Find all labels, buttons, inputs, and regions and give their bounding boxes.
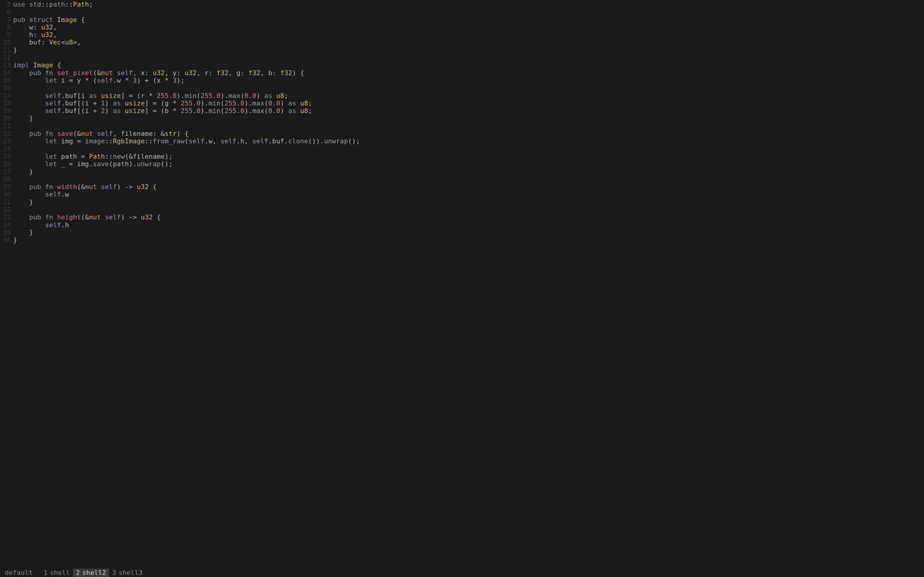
code-line[interactable]: 15 let i = y * (self.w * 3) + (x * 3); [0,77,462,84]
code-line[interactable]: 30 self.w [0,190,462,198]
line-number: 20 [0,114,13,122]
code-editor[interactable]: 5use std::path::Path;67pub struct Image … [0,0,462,280]
code-line[interactable]: 6 [0,8,462,16]
line-number: 25 [0,153,13,160]
code-line[interactable]: 31 } [0,198,462,206]
code-line[interactable]: 25 let path = Path::new(&filename); [0,153,462,160]
code-line[interactable]: 36} [0,236,462,244]
line-number: 11 [0,46,13,54]
code-line[interactable]: 27 } [0,168,462,176]
line-number: 17 [0,92,13,100]
code-content[interactable]: self.buf[(i + 2) as usize] = (b * 255.0)… [13,107,312,114]
line-number: 23 [0,137,13,145]
code-content[interactable]: let path = Path::new(&filename); [13,153,173,160]
code-line[interactable]: 29 pub fn width(&mut self) -> u32 { [0,183,462,190]
line-number: 33 [0,213,13,221]
code-line[interactable]: 11} [0,46,462,54]
code-content[interactable]: let img = image::RgbImage::from_raw(self… [13,137,360,145]
code-line[interactable]: 20 } [0,114,462,122]
code-line[interactable]: 28 [0,176,462,183]
code-line[interactable]: 32 [0,206,462,213]
line-number: 21 [0,122,13,130]
code-line[interactable]: 22 pub fn save(&mut self, filename: &str… [0,130,462,137]
code-line[interactable]: 24 [0,145,462,153]
line-number: 34 [0,221,13,229]
code-content[interactable]: pub struct Image { [13,16,85,23]
code-content[interactable]: self.h [13,221,69,229]
line-number: 22 [0,130,13,137]
code-content[interactable]: } [13,236,17,244]
code-content[interactable]: pub fn height(&mut self) -> u32 { [13,213,161,221]
code-content[interactable]: h: u32, [13,31,57,39]
code-content[interactable]: pub fn set_pixel(&mut self, x: u32, y: u… [13,69,304,77]
line-number: 36 [0,236,13,244]
code-line[interactable]: 10 buf: Vec<u8>, [0,39,462,46]
line-number: 10 [0,39,13,46]
code-line[interactable]: 7pub struct Image { [0,16,462,23]
code-line[interactable]: 5use std::path::Path; [0,1,462,8]
code-line[interactable]: 19 self.buf[(i + 2) as usize] = (b * 255… [0,107,462,114]
code-content[interactable]: } [13,229,33,236]
line-number: 6 [0,8,13,16]
line-number: 13 [0,61,13,69]
code-line[interactable]: 21 [0,122,462,130]
code-line[interactable]: 33 pub fn height(&mut self) -> u32 { [0,213,462,221]
line-number: 28 [0,176,13,183]
code-line[interactable]: 23 let img = image::RgbImage::from_raw(s… [0,137,462,145]
code-line[interactable]: 8 w: u32, [0,23,462,31]
code-line[interactable]: 9 h: u32, [0,31,462,39]
line-number: 7 [0,16,13,23]
line-number: 31 [0,198,13,206]
line-number: 5 [0,1,13,8]
code-content[interactable]: use std::path::Path; [13,1,93,8]
line-number: 16 [0,84,13,92]
code-line[interactable]: 12 [0,54,462,61]
code-content[interactable]: pub fn save(&mut self, filename: &str) { [13,130,189,137]
line-number: 15 [0,77,13,84]
code-content[interactable]: self.w [13,190,69,198]
code-content[interactable]: } [13,46,17,54]
line-number: 24 [0,145,13,153]
line-number: 8 [0,23,13,31]
code-content[interactable]: } [13,114,33,122]
code-line[interactable]: 16 [0,84,462,92]
code-content[interactable]: self.buf[(i + 1) as usize] = (g * 255.0)… [13,100,312,107]
code-line[interactable]: 34 self.h [0,221,462,229]
code-line[interactable]: 26 let _ = img.save(path).unwrap(); [0,160,462,168]
code-line[interactable]: 13impl Image { [0,61,462,69]
code-content[interactable]: let i = y * (self.w * 3) + (x * 3); [13,77,185,84]
line-number: 26 [0,160,13,168]
code-content[interactable]: let _ = img.save(path).unwrap(); [13,160,173,168]
line-number: 12 [0,54,13,61]
code-line[interactable]: 35 } [0,229,462,236]
line-number: 27 [0,168,13,176]
line-number: 9 [0,31,13,39]
line-number: 19 [0,107,13,114]
code-content[interactable]: } [13,198,33,206]
code-line[interactable]: 14 pub fn set_pixel(&mut self, x: u32, y… [0,69,462,77]
line-number: 32 [0,206,13,213]
code-content[interactable]: } [13,168,33,176]
code-line[interactable]: 18 self.buf[(i + 1) as usize] = (g * 255… [0,100,462,107]
code-content[interactable]: buf: Vec<u8>, [13,39,81,46]
line-number: 18 [0,100,13,107]
code-content[interactable]: w: u32, [13,23,57,31]
line-number: 14 [0,69,13,77]
code-content[interactable]: pub fn width(&mut self) -> u32 { [13,183,157,190]
line-number: 35 [0,229,13,236]
line-number: 30 [0,190,13,198]
line-number: 29 [0,183,13,190]
code-content[interactable]: self.buf[i as usize] = (r * 255.0).min(2… [13,92,288,100]
code-line[interactable]: 17 self.buf[i as usize] = (r * 255.0).mi… [0,92,462,100]
code-content[interactable]: impl Image { [13,61,61,69]
